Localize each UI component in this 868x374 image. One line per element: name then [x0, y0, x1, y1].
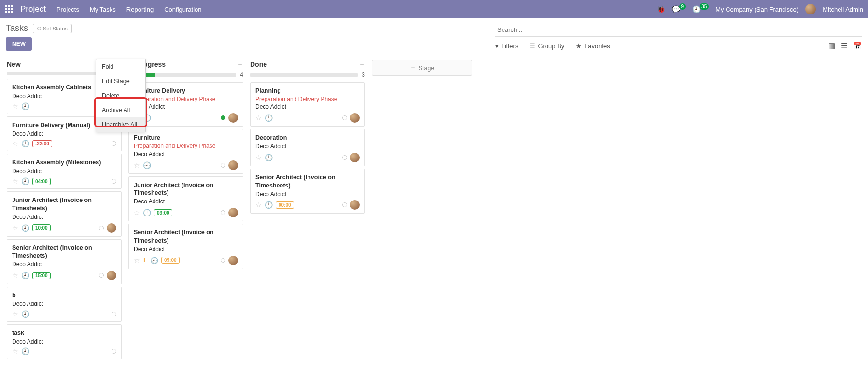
- kanban-status-dot[interactable]: [112, 179, 116, 184]
- menu-fold[interactable]: Fold: [96, 59, 145, 74]
- clock-icon[interactable]: 🕘: [21, 224, 29, 232]
- clock-icon[interactable]: 🕘: [21, 140, 29, 147]
- kanban-status-dot[interactable]: [221, 115, 225, 120]
- menu-edit-stage[interactable]: Edit Stage: [96, 74, 145, 88]
- new-button[interactable]: NEW: [6, 37, 32, 51]
- funnel-icon: ▾: [495, 43, 499, 50]
- company-selector[interactable]: My Company (San Francisco): [715, 6, 798, 13]
- clock-icon[interactable]: 🕘: [265, 201, 273, 209]
- user-avatar[interactable]: [805, 4, 816, 14]
- star-icon[interactable]: ☆: [12, 310, 18, 318]
- star-icon[interactable]: ☆: [134, 161, 140, 169]
- column-title[interactable]: Done: [250, 60, 359, 68]
- clock-icon[interactable]: 🕘: [143, 161, 151, 169]
- star-icon[interactable]: ☆: [255, 114, 262, 122]
- kanban-card[interactable]: taskDeco Addict☆🕘: [7, 324, 122, 360]
- menu-delete[interactable]: Delete: [96, 88, 145, 103]
- list-view-icon[interactable]: ☰: [841, 42, 847, 50]
- column-count: 4: [240, 72, 243, 78]
- kanban-card[interactable]: Junior Architect (Invoice on Timesheets)…: [128, 176, 243, 222]
- kanban-card[interactable]: Senior Architect (Invoice on Timesheets)…: [7, 239, 122, 285]
- assignee-avatar[interactable]: [350, 153, 360, 162]
- clock-icon[interactable]: 🕘: [21, 347, 29, 355]
- assignee-avatar[interactable]: [228, 113, 238, 123]
- kanban-status-dot[interactable]: [112, 349, 116, 354]
- star-icon[interactable]: ☆: [12, 347, 18, 355]
- clock-icon[interactable]: 🕘: [21, 102, 29, 110]
- groupby-button[interactable]: ☰Group By: [530, 43, 564, 50]
- plus-icon[interactable]: ＋: [359, 60, 365, 69]
- star-icon[interactable]: ☆: [12, 102, 18, 110]
- assignee-avatar[interactable]: [228, 208, 238, 217]
- star-icon: ★: [576, 43, 582, 50]
- user-name[interactable]: Mitchell Admin: [823, 6, 863, 13]
- kanban-status-dot[interactable]: [342, 155, 347, 160]
- app-brand[interactable]: Project: [20, 4, 46, 14]
- kanban-status-dot[interactable]: [112, 312, 116, 316]
- assignee-avatar[interactable]: [350, 200, 360, 210]
- card-company: Deco Addict: [255, 143, 360, 151]
- plus-icon[interactable]: ＋: [237, 60, 243, 69]
- kanban-card[interactable]: Senior Architect (Invoice on Timesheets)…: [128, 224, 243, 269]
- favorites-button[interactable]: ★Favorites: [576, 43, 610, 50]
- kanban-view-icon[interactable]: ▥: [828, 42, 835, 50]
- assignee-avatar[interactable]: [228, 160, 238, 170]
- kanban-status-dot[interactable]: [99, 226, 104, 230]
- star-icon[interactable]: ☆: [12, 177, 18, 185]
- clock-icon[interactable]: 🕘: [265, 154, 273, 161]
- upload-icon[interactable]: ⬆: [142, 257, 147, 264]
- kanban-status-dot[interactable]: [221, 210, 225, 215]
- card-company: Deco Addict: [12, 338, 116, 346]
- kanban-status-dot[interactable]: [112, 141, 116, 146]
- card-title: Kitchen Assembly (Milestones): [12, 158, 116, 167]
- add-stage-button[interactable]: ＋ Stage: [372, 60, 472, 76]
- activities-button[interactable]: 🕘 35: [692, 5, 709, 13]
- nav-reporting[interactable]: Reporting: [126, 6, 154, 13]
- star-icon[interactable]: ☆: [134, 257, 140, 264]
- kanban-status-dot[interactable]: [342, 202, 347, 207]
- clock-icon[interactable]: 🕘: [143, 209, 151, 216]
- menu-archive-all[interactable]: Archive All: [96, 103, 145, 117]
- kanban-card[interactable]: DecorationDeco Addict☆🕘: [250, 129, 365, 166]
- kanban-status-dot[interactable]: [221, 163, 225, 168]
- kanban-card[interactable]: Kitchen Assembly (Milestones)Deco Addict…: [7, 154, 122, 189]
- clock-icon[interactable]: 🕘: [21, 177, 29, 185]
- assignee-avatar[interactable]: [107, 223, 116, 233]
- filters-button[interactable]: ▾Filters: [495, 43, 518, 50]
- clock-icon[interactable]: 🕘: [21, 272, 29, 279]
- assignee-avatar[interactable]: [228, 256, 238, 265]
- star-icon[interactable]: ☆: [12, 272, 18, 279]
- kanban-status-dot[interactable]: [221, 258, 225, 263]
- assignee-avatar[interactable]: [107, 271, 116, 280]
- star-icon[interactable]: ☆: [255, 201, 262, 209]
- menu-unarchive-all[interactable]: Unarchive All: [96, 117, 145, 132]
- star-icon[interactable]: ☆: [255, 154, 262, 161]
- assignee-avatar[interactable]: [350, 113, 360, 123]
- clock-icon[interactable]: 🕘: [265, 114, 273, 122]
- debug-icon[interactable]: 🐞: [657, 5, 665, 13]
- set-status-button[interactable]: Set Status: [33, 24, 72, 33]
- kanban-card[interactable]: FurniturePreparation and Delivery PhaseD…: [128, 129, 243, 173]
- star-icon[interactable]: ☆: [12, 140, 18, 147]
- star-icon[interactable]: ☆: [134, 209, 140, 216]
- main-nav: Projects My Tasks Reporting Configuratio…: [56, 6, 202, 13]
- kanban-status-dot[interactable]: [342, 115, 347, 120]
- apps-icon[interactable]: [5, 5, 14, 14]
- kanban-card[interactable]: Senior Architect (Invoice on Timesheets)…: [250, 169, 365, 214]
- column-title[interactable]: New: [7, 60, 106, 68]
- kanban-card[interactable]: PlanningPreparation and Delivery PhaseDe…: [250, 82, 365, 127]
- nav-projects[interactable]: Projects: [56, 6, 79, 13]
- card-title: Senior Architect (Invoice on Timesheets): [12, 244, 116, 260]
- search-input[interactable]: [495, 23, 862, 37]
- nav-my-tasks[interactable]: My Tasks: [90, 6, 116, 13]
- calendar-view-icon[interactable]: 📅: [853, 42, 862, 50]
- kanban-status-dot[interactable]: [99, 273, 104, 278]
- view-switcher: ▥ ☰ 📅: [828, 42, 862, 50]
- clock-icon[interactable]: 🕘: [21, 310, 29, 318]
- messages-button[interactable]: 💬 9: [672, 5, 686, 13]
- star-icon[interactable]: ☆: [12, 224, 18, 232]
- clock-icon[interactable]: 🕘: [150, 257, 158, 264]
- nav-configuration[interactable]: Configuration: [164, 6, 201, 13]
- kanban-card[interactable]: bDeco Addict☆🕘: [7, 287, 122, 322]
- kanban-card[interactable]: Junior Architect (Invoice on Timesheets)…: [7, 191, 122, 237]
